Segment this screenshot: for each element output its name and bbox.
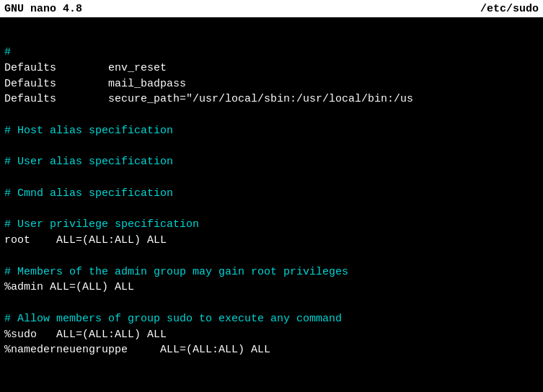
nano-header-bar: GNU nano 4.8 /etc/sudo [0,0,543,17]
terminal-window: GNU nano 4.8 /etc/sudo #Defaults env_res… [0,0,543,392]
line-12: # User privilege specification [4,217,539,233]
line-1: # [4,45,539,61]
line-9 [4,170,539,186]
line-6: # Host alias specification [4,123,539,139]
line-3: Defaults mail_badpass [4,76,539,92]
nano-filename: /etc/sudo [480,3,539,15]
line-16: %admin ALL=(ALL) ALL [4,280,539,295]
line-15: # Members of the admin group may gain ro… [4,264,539,280]
file-content[interactable]: #Defaults env_resetDefaults mail_badpass… [0,17,543,392]
line-2: Defaults env_reset [4,61,539,76]
line-10: # Cmnd alias specification [4,186,539,202]
line-13: root ALL=(ALL:ALL) ALL [4,233,539,249]
line-11 [4,202,539,218]
line-4: Defaults secure_path="/usr/local/sbin:/u… [4,92,539,107]
line-20: %namederneuengruppe ALL=(ALL:ALL) ALL [4,342,539,358]
line-14 [4,249,539,264]
line-19: %sudo ALL=(ALL:ALL) ALL [4,327,539,343]
line-8: # User alias specification [4,154,539,170]
line-7 [4,139,539,155]
nano-app-title: GNU nano 4.8 [4,3,82,15]
line-18: # Allow members of group sudo to execute… [4,311,539,327]
line-5 [4,107,539,123]
line-17 [4,295,539,311]
